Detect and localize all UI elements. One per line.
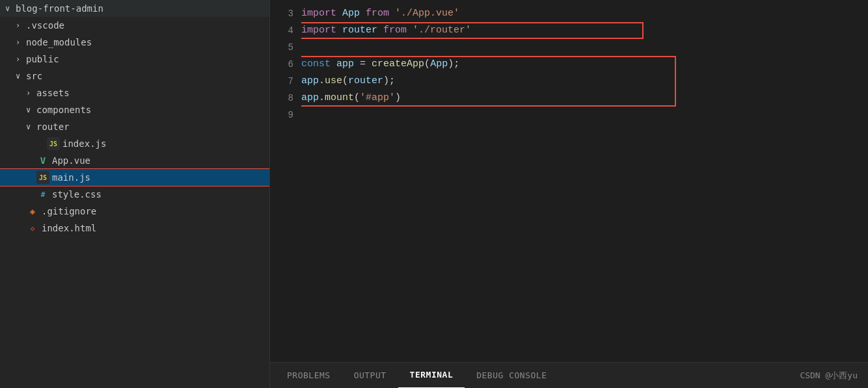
arrow-icon: ∨ — [26, 122, 36, 131]
attribution-label: CSDN @小西yu — [800, 370, 863, 382]
sidebar-item-label: components — [36, 105, 91, 115]
code-token: app — [336, 56, 354, 73]
code-token: '#app' — [360, 90, 395, 107]
code-token: . — [319, 90, 325, 107]
sidebar-item-components[interactable]: ∨ components — [0, 101, 269, 118]
arrow-icon: › — [26, 88, 36, 97]
sidebar-item-assets[interactable]: › assets — [0, 84, 269, 101]
sidebar-item-index-js[interactable]: › JS index.js — [0, 135, 269, 152]
sidebar-item-vscode[interactable]: › .vscode — [0, 17, 269, 34]
sidebar-item-root[interactable]: ∨ blog-front-admin — [0, 0, 269, 17]
main-content: 3 4 5 6 7 8 9 import App from './App.vue… — [270, 0, 868, 388]
arrow-icon: ∨ — [5, 4, 16, 13]
code-token: use — [325, 73, 342, 90]
sidebar-item-main-js[interactable]: › JS main.js — [0, 169, 269, 186]
sidebar-item-label: public — [26, 54, 59, 64]
sidebar-item-style-css[interactable]: › # style.css — [0, 186, 269, 203]
code-token: ) — [383, 73, 389, 90]
sidebar-item-label: node_modules — [26, 37, 92, 47]
code-editor[interactable]: 3 4 5 6 7 8 9 import App from './App.vue… — [270, 0, 868, 362]
tab-debug-console[interactable]: DEBUG CONSOLE — [465, 363, 558, 389]
code-token: './router' — [413, 22, 471, 39]
code-line-6: const app = createApp(App); — [301, 56, 868, 73]
arrow-icon: › — [16, 55, 26, 64]
sidebar-item-label: router — [36, 122, 70, 132]
code-line-4: import router from './router' — [301, 22, 868, 39]
html-file-icon: ◇ — [26, 222, 39, 235]
vue-file-icon: V — [36, 154, 49, 167]
code-token: App — [342, 5, 360, 22]
panel-tabs-group: PROBLEMS OUTPUT TERMINAL DEBUG CONSOLE — [275, 363, 558, 389]
code-token: createApp — [372, 56, 424, 73]
code-token: from — [383, 22, 407, 39]
code-token: import — [301, 22, 336, 39]
code-token: const — [301, 56, 331, 73]
arrow-icon: › — [16, 21, 26, 30]
sidebar-item-label: index.html — [42, 223, 96, 233]
code-token: app — [301, 90, 319, 107]
code-token: ( — [354, 90, 360, 107]
arrow-icon: ∨ — [16, 71, 26, 81]
code-token: . — [319, 73, 325, 90]
sidebar-item-label: style.css — [52, 189, 102, 200]
code-token: ( — [424, 56, 430, 73]
arrow-icon: ∨ — [26, 105, 36, 114]
sidebar-item-label: App.vue — [52, 155, 90, 166]
code-token: import — [301, 5, 336, 22]
code-token: router — [342, 22, 377, 39]
code-token: = — [360, 56, 366, 73]
css-file-icon: # — [36, 188, 49, 201]
code-token: App — [430, 56, 448, 73]
sidebar-item-router[interactable]: ∨ router — [0, 118, 269, 135]
line-numbers: 3 4 5 6 7 8 9 — [270, 5, 301, 357]
file-explorer: ∨ blog-front-admin › .vscode › node_modu… — [0, 0, 270, 388]
sidebar-item-index-html[interactable]: › ◇ index.html — [0, 220, 269, 237]
js-file-icon: JS — [47, 137, 60, 150]
code-token: ; — [454, 56, 459, 73]
sidebar-item-label: .vscode — [26, 20, 64, 31]
tab-output[interactable]: OUTPUT — [342, 363, 398, 389]
sidebar-item-gitignore[interactable]: › ◈ .gitignore — [0, 203, 269, 220]
sidebar-item-label: src — [26, 71, 42, 81]
sidebar-item-label: index.js — [62, 138, 106, 149]
bottom-panel-tabs: PROBLEMS OUTPUT TERMINAL DEBUG CONSOLE C… — [270, 362, 868, 388]
code-line-3: import App from './App.vue' — [301, 5, 868, 22]
sidebar-item-app-vue[interactable]: › V App.vue — [0, 152, 269, 169]
arrow-icon: › — [16, 38, 26, 47]
code-line-5 — [301, 39, 868, 56]
sidebar-item-node-modules[interactable]: › node_modules — [0, 34, 269, 51]
code-token: from — [366, 5, 389, 22]
code-token: app — [301, 73, 319, 90]
code-line-7: app.use(router); — [301, 73, 868, 90]
sidebar-item-public[interactable]: › public — [0, 51, 269, 68]
code-line-8: app.mount('#app') — [301, 90, 868, 107]
code-token: router — [348, 73, 383, 90]
js-file-icon: JS — [36, 171, 49, 184]
sidebar-item-label: blog-front-admin — [16, 3, 103, 14]
sidebar-item-label: main.js — [52, 172, 90, 183]
code-content: import App from './App.vue' import route… — [301, 5, 868, 357]
code-token: './App.vue' — [395, 5, 459, 22]
git-file-icon: ◈ — [26, 205, 39, 218]
code-token: ) — [448, 56, 454, 73]
code-token: mount — [325, 90, 354, 107]
code-token: ) — [395, 90, 401, 107]
sidebar-item-src[interactable]: ∨ src — [0, 68, 269, 84]
sidebar-item-label: .gitignore — [42, 206, 96, 216]
code-line-9 — [301, 107, 868, 123]
code-token: ; — [389, 73, 395, 90]
tab-problems[interactable]: PROBLEMS — [275, 363, 342, 389]
code-token: ( — [342, 73, 348, 90]
tab-terminal[interactable]: TERMINAL — [398, 363, 465, 389]
sidebar-item-label: assets — [36, 88, 70, 98]
